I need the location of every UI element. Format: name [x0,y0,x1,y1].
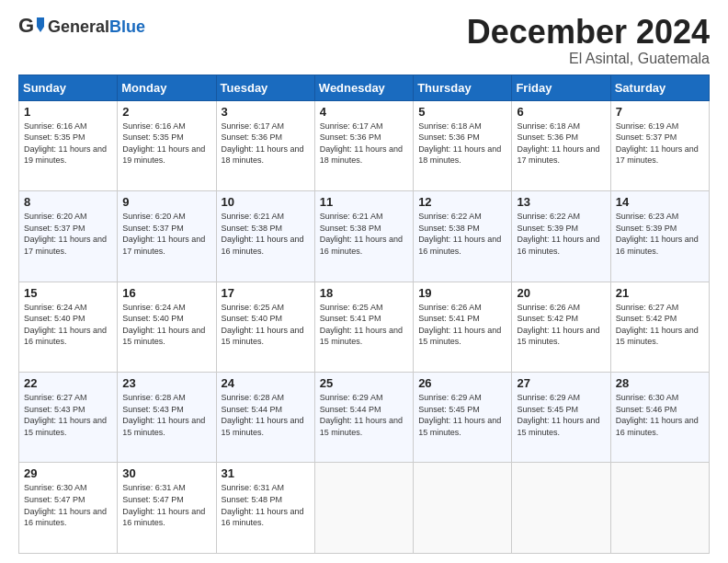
day-detail: Sunrise: 6:22 AMSunset: 5:39 PMDaylight:… [517,211,605,257]
day-number: 6 [517,105,605,119]
day-cell: 27Sunrise: 6:29 AMSunset: 5:45 PMDayligh… [512,373,610,463]
day-number: 5 [418,105,506,119]
day-number: 11 [320,195,408,209]
header: G General Blue December 2024 El Asintal,… [18,14,710,67]
day-cell: 22Sunrise: 6:27 AMSunset: 5:43 PMDayligh… [19,373,118,463]
day-cell: 31Sunrise: 6:31 AMSunset: 5:48 PMDayligh… [216,463,314,554]
day-cell [314,463,413,554]
weekday-header-monday: Monday [118,75,216,100]
day-detail: Sunrise: 6:30 AMSunset: 5:46 PMDaylight:… [616,392,704,438]
day-number: 25 [320,376,408,390]
day-number: 23 [122,376,210,390]
day-number: 12 [418,195,506,209]
day-detail: Sunrise: 6:26 AMSunset: 5:42 PMDaylight:… [517,302,605,348]
day-cell: 7Sunrise: 6:19 AMSunset: 5:37 PMDaylight… [610,100,709,190]
day-number: 2 [122,105,210,119]
day-number: 22 [24,376,112,390]
day-detail: Sunrise: 6:21 AMSunset: 5:38 PMDaylight:… [222,211,310,257]
day-number: 18 [320,286,408,300]
day-detail: Sunrise: 6:22 AMSunset: 5:38 PMDaylight:… [418,211,506,257]
weekday-header-tuesday: Tuesday [216,75,314,100]
day-cell: 19Sunrise: 6:26 AMSunset: 5:41 PMDayligh… [414,282,512,372]
week-row-5: 29Sunrise: 6:30 AMSunset: 5:47 PMDayligh… [19,463,710,554]
day-number: 29 [24,466,112,480]
day-detail: Sunrise: 6:23 AMSunset: 5:39 PMDaylight:… [616,211,704,257]
day-cell: 28Sunrise: 6:30 AMSunset: 5:46 PMDayligh… [610,373,709,463]
day-cell: 24Sunrise: 6:28 AMSunset: 5:44 PMDayligh… [216,373,314,463]
day-detail: Sunrise: 6:17 AMSunset: 5:36 PMDaylight:… [320,121,408,167]
day-detail: Sunrise: 6:16 AMSunset: 5:35 PMDaylight:… [24,121,112,167]
day-cell: 18Sunrise: 6:25 AMSunset: 5:41 PMDayligh… [314,282,413,372]
day-detail: Sunrise: 6:19 AMSunset: 5:37 PMDaylight:… [616,121,704,167]
day-cell: 9Sunrise: 6:20 AMSunset: 5:37 PMDaylight… [118,191,216,282]
week-row-1: 1Sunrise: 6:16 AMSunset: 5:35 PMDaylight… [19,100,710,190]
week-row-2: 8Sunrise: 6:20 AMSunset: 5:37 PMDaylight… [19,191,710,282]
day-detail: Sunrise: 6:20 AMSunset: 5:37 PMDaylight:… [24,211,112,257]
location: El Asintal, Guatemala [467,51,710,67]
day-number: 3 [222,105,310,119]
day-detail: Sunrise: 6:31 AMSunset: 5:48 PMDaylight:… [222,482,310,528]
day-cell: 14Sunrise: 6:23 AMSunset: 5:39 PMDayligh… [610,191,709,282]
day-number: 16 [122,286,210,300]
day-number: 17 [222,286,310,300]
day-cell: 15Sunrise: 6:24 AMSunset: 5:40 PMDayligh… [19,282,118,372]
weekday-header-sunday: Sunday [19,75,118,100]
day-detail: Sunrise: 6:30 AMSunset: 5:47 PMDaylight:… [24,482,112,528]
day-cell: 25Sunrise: 6:29 AMSunset: 5:44 PMDayligh… [314,373,413,463]
day-cell [414,463,512,554]
day-cell: 20Sunrise: 6:26 AMSunset: 5:42 PMDayligh… [512,282,610,372]
day-cell: 1Sunrise: 6:16 AMSunset: 5:35 PMDaylight… [19,100,118,190]
day-number: 27 [517,376,605,390]
day-number: 8 [24,195,112,209]
weekday-header-thursday: Thursday [414,75,512,100]
day-detail: Sunrise: 6:25 AMSunset: 5:41 PMDaylight:… [320,302,408,348]
day-detail: Sunrise: 6:18 AMSunset: 5:36 PMDaylight:… [418,121,506,167]
weekday-header-wednesday: Wednesday [314,75,413,100]
day-cell: 23Sunrise: 6:28 AMSunset: 5:43 PMDayligh… [118,373,216,463]
logo: G General Blue [18,14,145,40]
day-cell: 6Sunrise: 6:18 AMSunset: 5:36 PMDaylight… [512,100,610,190]
day-cell: 17Sunrise: 6:25 AMSunset: 5:40 PMDayligh… [216,282,314,372]
day-number: 26 [418,376,506,390]
day-cell: 30Sunrise: 6:31 AMSunset: 5:47 PMDayligh… [118,463,216,554]
day-detail: Sunrise: 6:25 AMSunset: 5:40 PMDaylight:… [222,302,310,348]
svg-marker-2 [37,27,44,32]
title-section: December 2024 El Asintal, Guatemala [467,14,710,67]
day-cell: 5Sunrise: 6:18 AMSunset: 5:36 PMDaylight… [414,100,512,190]
day-number: 20 [517,286,605,300]
logo-icon: G [18,14,44,40]
weekday-header-row: SundayMondayTuesdayWednesdayThursdayFrid… [19,75,710,100]
day-detail: Sunrise: 6:31 AMSunset: 5:47 PMDaylight:… [122,482,210,528]
day-detail: Sunrise: 6:17 AMSunset: 5:36 PMDaylight:… [222,121,310,167]
day-number: 31 [222,466,310,480]
day-cell: 3Sunrise: 6:17 AMSunset: 5:36 PMDaylight… [216,100,314,190]
calendar-table: SundayMondayTuesdayWednesdayThursdayFrid… [18,75,710,554]
day-cell: 8Sunrise: 6:20 AMSunset: 5:37 PMDaylight… [19,191,118,282]
day-detail: Sunrise: 6:27 AMSunset: 5:42 PMDaylight:… [616,302,704,348]
day-detail: Sunrise: 6:28 AMSunset: 5:43 PMDaylight:… [122,392,210,438]
day-cell: 29Sunrise: 6:30 AMSunset: 5:47 PMDayligh… [19,463,118,554]
day-detail: Sunrise: 6:29 AMSunset: 5:45 PMDaylight:… [418,392,506,438]
day-cell: 26Sunrise: 6:29 AMSunset: 5:45 PMDayligh… [414,373,512,463]
day-detail: Sunrise: 6:29 AMSunset: 5:44 PMDaylight:… [320,392,408,438]
day-detail: Sunrise: 6:29 AMSunset: 5:45 PMDaylight:… [517,392,605,438]
logo-general: General [48,17,109,37]
day-number: 1 [24,105,112,119]
day-detail: Sunrise: 6:20 AMSunset: 5:37 PMDaylight:… [122,211,210,257]
weekday-header-saturday: Saturday [610,75,709,100]
day-cell: 16Sunrise: 6:24 AMSunset: 5:40 PMDayligh… [118,282,216,372]
day-cell: 21Sunrise: 6:27 AMSunset: 5:42 PMDayligh… [610,282,709,372]
day-detail: Sunrise: 6:24 AMSunset: 5:40 PMDaylight:… [122,302,210,348]
week-row-3: 15Sunrise: 6:24 AMSunset: 5:40 PMDayligh… [19,282,710,372]
day-number: 15 [24,286,112,300]
day-number: 19 [418,286,506,300]
day-cell: 13Sunrise: 6:22 AMSunset: 5:39 PMDayligh… [512,191,610,282]
month-title: December 2024 [467,14,710,51]
day-cell [512,463,610,554]
day-number: 7 [616,105,704,119]
day-cell: 2Sunrise: 6:16 AMSunset: 5:35 PMDaylight… [118,100,216,190]
logo-blue: Blue [109,17,145,37]
day-cell: 11Sunrise: 6:21 AMSunset: 5:38 PMDayligh… [314,191,413,282]
day-cell: 12Sunrise: 6:22 AMSunset: 5:38 PMDayligh… [414,191,512,282]
day-detail: Sunrise: 6:16 AMSunset: 5:35 PMDaylight:… [122,121,210,167]
